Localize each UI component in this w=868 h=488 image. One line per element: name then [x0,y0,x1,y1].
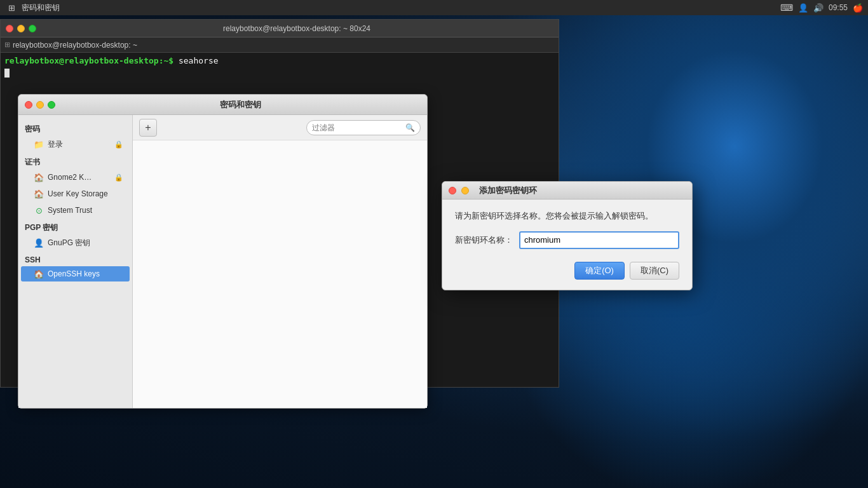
terminal-tab-icon: ⊞ [4,41,10,49]
speaker-icon: 🔊 [813,3,824,13]
dialog-field-label: 新密钥环名称： [455,234,513,246]
add-keyring-dialog: 添加密码密钥环 请为新密钥环选择名称。您将会被提示输入解锁密码。 新密钥环名称：… [442,181,693,290]
keyring-name-input[interactable] [519,231,679,249]
sidebar-item-openssh[interactable]: 🏠 OpenSSH keys [21,266,130,281]
dialog-field: 新密钥环名称： [455,231,679,249]
user-icon: 👤 [798,3,808,13]
sidebar-item-gnome2k[interactable]: 🏠 Gnome2 K… 🔒 [21,170,130,185]
terminal-cursor [4,69,10,78]
certificate-section-label: 证书 [18,153,132,169]
password-section-label: 密码 [18,120,132,136]
keyboard-icon: ⌨ [780,3,793,13]
sidebar-gnome2k-label: Gnome2 K… [48,173,92,182]
dialog-minimize-button[interactable] [461,187,469,194]
desktop: ⊞ 密码和密钥 ⌨ 👤 🔊 09:55 🍎 relaybotbox@relayb… [0,0,868,488]
house-icon-ssh: 🏠 [34,269,44,279]
dialog-buttons: 确定(O) 取消(C) [455,259,679,280]
grid-icon[interactable]: ⊞ [5,1,18,14]
sidebar-item-user-key-storage[interactable]: 🏠 User Key Storage [21,186,130,201]
terminal-prompt: relaybotbox@relaybotbox-desktop:~$ [4,56,179,65]
globe-icon: ⊙ [34,205,44,215]
menubar-left: ⊞ 密码和密钥 [5,1,60,14]
sidebar-item-login[interactable]: 📁 登录 🔒 [21,137,130,152]
sidebar-gnupg-label: GnuPG 密钥 [48,238,90,248]
seahorse-title: 密码和密钥 [60,99,421,111]
seahorse-traffic-lights [25,101,55,109]
house-icon-userkey: 🏠 [34,189,44,199]
folder-icon: 📁 [34,140,44,150]
sidebar-item-system-trust[interactable]: ⊙ System Trust [21,203,130,218]
gnome2k-lock-icon: 🔒 [114,173,123,182]
terminal-maximize-button[interactable] [29,25,36,32]
filter-input[interactable] [312,123,403,132]
sidebar-userkey-label: User Key Storage [48,189,108,198]
dialog-description: 请为新密钥环选择名称。您将会被提示输入解锁密码。 [455,210,679,222]
search-icon: 🔍 [405,123,415,132]
terminal-tab-bar: ⊞ relaybotbox@relaybotbox-desktop: ~ [1,37,559,53]
add-button[interactable]: + [139,119,157,137]
seahorse-toolbar: + 🔍 [133,115,427,140]
terminal-command: seahorse [179,56,219,65]
sidebar-item-gnupg[interactable]: 👤 GnuPG 密钥 [21,235,130,251]
clock: 09:55 [829,3,848,12]
menubar-right: ⌨ 👤 🔊 09:55 🍎 [780,3,863,13]
seahorse-maximize-button[interactable] [48,101,55,109]
dialog-titlebar: 添加密码密钥环 [442,182,692,200]
person-icon: 👤 [34,238,44,248]
seahorse-close-button[interactable] [25,101,32,109]
terminal-traffic-lights [6,25,36,32]
ssh-section-label: SSH [18,252,132,266]
sidebar-login-label: 登录 [48,139,63,150]
menubar-app-title: 密码和密钥 [22,3,60,13]
terminal-title: relaybotbox@relaybotbox-desktop: ~ 80x24 [40,24,553,33]
pgp-section-label: PGP 密钥 [18,219,132,234]
dialog-title: 添加密码密钥环 [479,185,537,196]
dialog-close-button[interactable] [449,187,456,194]
dialog-body: 请为新密钥环选择名称。您将会被提示输入解锁密码。 新密钥环名称： 确定(O) 取… [442,200,692,290]
confirm-button[interactable]: 确定(O) [574,262,625,280]
terminal-titlebar: relaybotbox@relaybotbox-desktop: ~ 80x24 [1,20,559,37]
filter-box: 🔍 [306,120,421,135]
seahorse-titlebar: 密码和密钥 [18,95,427,115]
sidebar-systemtrust-label: System Trust [48,206,92,215]
terminal-tab-title[interactable]: relaybotbox@relaybotbox-desktop: ~ [13,41,137,50]
seahorse-minimize-button[interactable] [36,101,44,109]
seahorse-sidebar: 密码 📁 登录 🔒 证书 🏠 Gnome2 K… 🔒 🏠 User Key St… [18,115,133,408]
house-icon-gnome: 🏠 [34,172,44,182]
apple-icon: 🍎 [853,3,863,13]
seahorse-body: 密码 📁 登录 🔒 证书 🏠 Gnome2 K… 🔒 🏠 User Key St… [18,115,427,408]
seahorse-window: 密码和密钥 密码 📁 登录 🔒 证书 🏠 Gnome2 K… 🔒 🏠 [18,94,428,409]
menubar: ⊞ 密码和密钥 ⌨ 👤 🔊 09:55 🍎 [0,0,868,15]
terminal-minimize-button[interactable] [17,25,25,32]
terminal-close-button[interactable] [6,25,13,32]
seahorse-main: + 🔍 [133,115,427,408]
terminal-content[interactable]: relaybotbox@relaybotbox-desktop:~$ seaho… [1,53,559,81]
login-lock-icon: 🔒 [114,140,123,149]
seahorse-content [133,140,427,408]
sidebar-openssh-label: OpenSSH keys [48,269,100,278]
cancel-button[interactable]: 取消(C) [630,262,679,280]
